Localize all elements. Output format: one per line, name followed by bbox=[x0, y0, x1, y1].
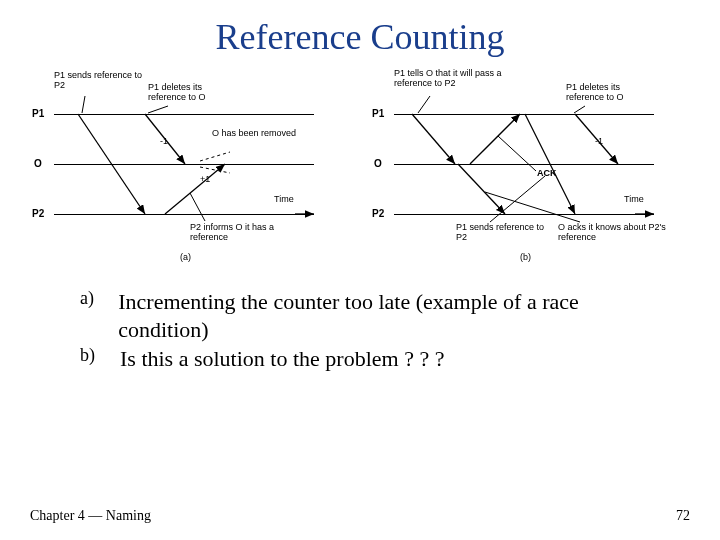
bullet-a-label: a) bbox=[80, 288, 118, 309]
slide: Reference Counting P1 O P2 P1 sends refe… bbox=[0, 0, 720, 540]
svg-line-9 bbox=[418, 96, 430, 113]
bullet-a-text: Incrementing the counter too late (examp… bbox=[118, 288, 650, 343]
footer-left: Chapter 4 — Naming bbox=[30, 508, 151, 524]
svg-line-3 bbox=[145, 114, 185, 164]
svg-line-6 bbox=[165, 164, 225, 214]
bullet-b: b) Is this a solution to the problem ? ?… bbox=[80, 345, 650, 373]
svg-line-4 bbox=[200, 152, 230, 161]
svg-line-7 bbox=[190, 193, 205, 221]
svg-line-1 bbox=[78, 114, 145, 214]
arrows-a bbox=[30, 66, 350, 266]
page-title: Reference Counting bbox=[30, 16, 690, 58]
svg-line-11 bbox=[458, 164, 505, 214]
svg-line-10 bbox=[412, 114, 455, 164]
bullet-b-text: Is this a solution to the problem ? ? ? bbox=[120, 345, 444, 373]
sequence-diagrams: P1 O P2 P1 sends reference to P2 P1 dele… bbox=[30, 66, 690, 266]
footer: Chapter 4 — Naming 72 bbox=[30, 508, 690, 524]
svg-line-0 bbox=[82, 96, 85, 113]
svg-line-17 bbox=[490, 176, 545, 222]
arrows-b bbox=[370, 66, 690, 266]
footer-right: 72 bbox=[676, 508, 690, 524]
svg-line-2 bbox=[148, 106, 168, 113]
svg-line-16 bbox=[498, 136, 536, 171]
panel-b: P1 O P2 P1 tells O that it will pass a r… bbox=[370, 66, 690, 266]
panel-a: P1 O P2 P1 sends reference to P2 P1 dele… bbox=[30, 66, 350, 266]
svg-line-13 bbox=[525, 114, 575, 214]
bullet-a: a) Incrementing the counter too late (ex… bbox=[80, 288, 650, 343]
svg-line-14 bbox=[574, 106, 585, 113]
bullet-list: a) Incrementing the counter too late (ex… bbox=[80, 288, 650, 373]
bullet-b-label: b) bbox=[80, 345, 120, 366]
svg-line-15 bbox=[575, 114, 618, 164]
svg-line-12 bbox=[470, 114, 520, 164]
